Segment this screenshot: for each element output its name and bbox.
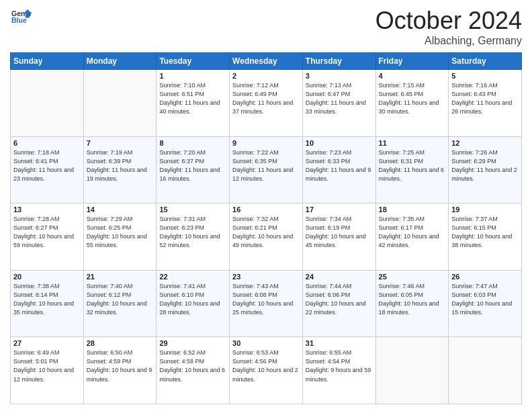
- sunrise-text: Sunrise: 7:15 AM: [379, 82, 425, 89]
- day-info: Sunrise: 7:35 AMSunset: 6:17 PMDaylight:…: [379, 215, 446, 250]
- daylight-text: Daylight: 10 hours and 42 minutes.: [379, 233, 439, 248]
- day-info: Sunrise: 6:55 AMSunset: 4:54 PMDaylight:…: [306, 349, 373, 383]
- day-info: Sunrise: 6:50 AMSunset: 4:59 PMDaylight:…: [87, 349, 154, 383]
- day-number: 4: [379, 72, 446, 80]
- table-row: 14Sunrise: 7:29 AMSunset: 6:25 PMDayligh…: [83, 203, 157, 271]
- table-row: 3Sunrise: 7:13 AMSunset: 6:47 PMDaylight…: [302, 70, 375, 137]
- table-row: 15Sunrise: 7:31 AMSunset: 6:23 PMDayligh…: [157, 203, 230, 271]
- location: Albaching, Germany: [375, 35, 522, 47]
- sunset-text: Sunset: 6:41 PM: [13, 158, 58, 165]
- daylight-text: Daylight: 11 hours and 9 minutes.: [306, 167, 371, 182]
- daylight-text: Daylight: 10 hours and 6 minutes.: [159, 367, 225, 382]
- day-number: 18: [379, 205, 446, 214]
- daylight-text: Daylight: 11 hours and 37 minutes.: [232, 99, 293, 115]
- daylight-text: Daylight: 10 hours and 49 minutes.: [232, 233, 293, 248]
- day-number: 11: [379, 139, 446, 147]
- day-info: Sunrise: 6:49 AMSunset: 5:01 PMDaylight:…: [13, 349, 81, 383]
- table-row: 22Sunrise: 7:41 AMSunset: 6:10 PMDayligh…: [157, 270, 230, 337]
- day-info: Sunrise: 7:28 AMSunset: 6:27 PMDaylight:…: [13, 215, 81, 250]
- day-number: 24: [306, 273, 373, 281]
- sunset-text: Sunset: 6:45 PM: [379, 91, 424, 97]
- daylight-text: Daylight: 11 hours and 30 minutes.: [379, 99, 439, 115]
- sunrise-text: Sunrise: 7:38 AM: [13, 283, 60, 289]
- table-row: 6Sunrise: 7:18 AMSunset: 6:41 PMDaylight…: [11, 136, 84, 203]
- day-info: Sunrise: 7:20 AMSunset: 6:37 PMDaylight:…: [159, 148, 226, 183]
- day-number: 2: [232, 72, 300, 80]
- sunrise-text: Sunrise: 7:47 AM: [451, 283, 498, 289]
- day-info: Sunrise: 7:34 AMSunset: 6:19 PMDaylight:…: [306, 215, 373, 250]
- sunrise-text: Sunrise: 7:16 AM: [451, 82, 498, 89]
- day-info: Sunrise: 7:16 AMSunset: 6:43 PMDaylight:…: [451, 81, 519, 116]
- sunset-text: Sunset: 6:05 PM: [379, 291, 424, 298]
- day-info: Sunrise: 7:31 AMSunset: 6:23 PMDaylight:…: [159, 215, 226, 250]
- daylight-text: Daylight: 10 hours and 18 minutes.: [379, 300, 439, 316]
- daylight-text: Daylight: 10 hours and 35 minutes.: [13, 300, 74, 316]
- sunset-text: Sunset: 6:08 PM: [232, 291, 277, 298]
- day-number: 13: [13, 205, 81, 214]
- sunrise-text: Sunrise: 6:50 AM: [87, 349, 133, 356]
- day-info: Sunrise: 7:46 AMSunset: 6:05 PMDaylight:…: [379, 282, 446, 317]
- logo: General Blue: [10, 7, 32, 27]
- sunrise-text: Sunrise: 7:43 AM: [232, 283, 279, 289]
- day-number: 5: [451, 72, 519, 80]
- sunset-text: Sunset: 6:21 PM: [232, 224, 277, 231]
- daylight-text: Daylight: 10 hours and 32 minutes.: [87, 300, 147, 316]
- daylight-text: Daylight: 10 hours and 55 minutes.: [87, 233, 147, 248]
- day-info: Sunrise: 6:53 AMSunset: 4:56 PMDaylight:…: [232, 349, 300, 383]
- daylight-text: Daylight: 11 hours and 26 minutes.: [451, 99, 512, 115]
- day-info: Sunrise: 7:23 AMSunset: 6:33 PMDaylight:…: [306, 148, 373, 183]
- day-info: Sunrise: 7:37 AMSunset: 6:15 PMDaylight:…: [451, 215, 519, 250]
- sunset-text: Sunset: 6:12 PM: [87, 291, 132, 298]
- day-number: 9: [232, 139, 300, 147]
- table-row: 18Sunrise: 7:35 AMSunset: 6:17 PMDayligh…: [375, 203, 449, 271]
- table-row: 12Sunrise: 7:26 AMSunset: 6:29 PMDayligh…: [449, 136, 522, 203]
- table-row: [83, 70, 157, 137]
- daylight-text: Daylight: 10 hours and 2 minutes.: [232, 367, 298, 382]
- sunset-text: Sunset: 6:33 PM: [306, 158, 351, 165]
- sunset-text: Sunset: 4:59 PM: [87, 358, 132, 365]
- day-info: Sunrise: 7:41 AMSunset: 6:10 PMDaylight:…: [159, 282, 226, 317]
- day-info: Sunrise: 7:43 AMSunset: 6:08 PMDaylight:…: [232, 282, 300, 317]
- sunrise-text: Sunrise: 7:18 AM: [13, 149, 60, 156]
- table-row: [11, 70, 84, 137]
- sunrise-text: Sunrise: 7:26 AM: [451, 149, 498, 156]
- day-number: 1: [159, 72, 226, 80]
- sunrise-text: Sunrise: 7:29 AM: [87, 216, 133, 222]
- col-wednesday: Wednesday: [230, 53, 303, 70]
- day-number: 25: [379, 273, 446, 281]
- daylight-text: Daylight: 11 hours and 16 minutes.: [159, 167, 220, 182]
- sunset-text: Sunset: 6:27 PM: [13, 224, 58, 231]
- col-friday: Friday: [375, 53, 449, 70]
- sunrise-text: Sunrise: 7:37 AM: [451, 216, 498, 222]
- daylight-text: Daylight: 10 hours and 25 minutes.: [232, 300, 293, 316]
- svg-text:Blue: Blue: [11, 16, 27, 24]
- day-number: 16: [232, 205, 300, 214]
- day-number: 26: [451, 273, 519, 281]
- daylight-text: Daylight: 10 hours and 45 minutes.: [306, 233, 366, 248]
- daylight-text: Daylight: 11 hours and 33 minutes.: [306, 99, 366, 115]
- col-sunday: Sunday: [11, 53, 84, 70]
- table-row: 10Sunrise: 7:23 AMSunset: 6:33 PMDayligh…: [302, 136, 375, 203]
- day-number: 23: [232, 273, 300, 281]
- sunrise-text: Sunrise: 7:32 AM: [232, 216, 279, 222]
- sunrise-text: Sunrise: 7:44 AM: [306, 283, 352, 289]
- calendar-week-1: 1Sunrise: 7:10 AMSunset: 6:51 PMDaylight…: [11, 70, 522, 137]
- daylight-text: Daylight: 10 hours and 28 minutes.: [159, 300, 220, 316]
- sunrise-text: Sunrise: 7:19 AM: [87, 149, 133, 156]
- sunset-text: Sunset: 6:43 PM: [451, 91, 496, 97]
- month-title: October 2024: [375, 7, 522, 35]
- header: General Blue October 2024 Albaching, Ger…: [10, 7, 522, 47]
- calendar-week-3: 13Sunrise: 7:28 AMSunset: 6:27 PMDayligh…: [11, 203, 522, 271]
- sunrise-text: Sunrise: 7:31 AM: [159, 216, 206, 222]
- day-info: Sunrise: 7:19 AMSunset: 6:39 PMDaylight:…: [87, 148, 154, 183]
- day-number: 14: [87, 205, 154, 214]
- day-info: Sunrise: 7:38 AMSunset: 6:14 PMDaylight:…: [13, 282, 81, 317]
- day-info: Sunrise: 7:29 AMSunset: 6:25 PMDaylight:…: [87, 215, 154, 250]
- day-number: 29: [159, 339, 226, 347]
- day-info: Sunrise: 7:40 AMSunset: 6:12 PMDaylight:…: [87, 282, 154, 317]
- daylight-text: Daylight: 11 hours and 6 minutes.: [379, 167, 445, 182]
- day-number: 19: [451, 205, 519, 214]
- day-info: Sunrise: 7:26 AMSunset: 6:29 PMDaylight:…: [451, 148, 519, 183]
- daylight-text: Daylight: 10 hours and 52 minutes.: [159, 233, 220, 248]
- table-row: 30Sunrise: 6:53 AMSunset: 4:56 PMDayligh…: [230, 337, 303, 404]
